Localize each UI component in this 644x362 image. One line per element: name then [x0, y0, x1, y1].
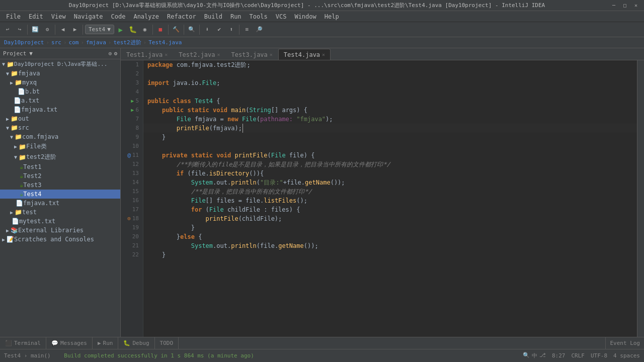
tree-item-bbt[interactable]: 📄 b.bt — [0, 87, 120, 96]
close-button[interactable]: ✕ — [632, 2, 640, 10]
menu-vcs[interactable]: VCS — [272, 12, 291, 21]
stop-button[interactable]: ■ — [155, 24, 166, 35]
todo-tab[interactable]: TODO — [155, 337, 179, 349]
tree-item-test2dir[interactable]: ▼ 📁 test2进阶 — [0, 152, 120, 162]
terminal-tab[interactable]: ⬛ Terminal — [0, 337, 46, 349]
tab-test4-close[interactable]: ✕ — [322, 52, 325, 57]
tree-item-test1[interactable]: ☕ Test1 — [0, 162, 120, 171]
tab-test3[interactable]: Test3.java ✕ — [226, 49, 278, 60]
menu-view[interactable]: View — [47, 12, 70, 21]
sidebar-settings-icon[interactable]: ⚙ — [114, 50, 117, 57]
menu-help[interactable]: Help — [320, 12, 343, 21]
search-button[interactable]: 🔍 — [186, 24, 197, 35]
tab-test4[interactable]: Test4.java ✕ — [278, 49, 331, 60]
tab-test2[interactable]: Test2.java ✕ — [173, 49, 225, 60]
menu-edit[interactable]: Edit — [25, 12, 47, 21]
tree-item-test3[interactable]: ☕ Test3 — [0, 180, 120, 190]
tab-test3-close[interactable]: ✕ — [270, 52, 273, 57]
dropdown-arrow-icon: ▼ — [107, 26, 111, 33]
tree-item-out[interactable]: ▶ 📁 out — [0, 114, 120, 123]
event-log-btn[interactable]: Event Log — [605, 337, 644, 349]
tree-item-mytesttxt[interactable]: 📄 mytest.txt — [0, 217, 120, 226]
build-button[interactable]: 🔨 — [171, 24, 182, 35]
tree-item-src[interactable]: ▼ 📁 src — [0, 123, 120, 132]
tree-item-test[interactable]: ▶ 📁 test — [0, 208, 120, 217]
crlf[interactable]: CRLF — [571, 352, 585, 359]
code-editor[interactable]: 1 2 3 4 ▶5 ▶6 7 8 9 10 @11 12 13 14 15 1… — [121, 60, 644, 337]
bc-item-project[interactable]: Day10project — [4, 39, 44, 46]
inspect-icon[interactable]: 🔍 — [523, 352, 530, 359]
vcs-push-button[interactable]: ⬆ — [226, 24, 237, 35]
menu-tools[interactable]: Tools — [246, 12, 272, 21]
debug-tab[interactable]: 🐛 Debug — [118, 337, 154, 349]
tree-item-fmjavatxt2[interactable]: 📄 fmjava.txt — [0, 199, 120, 208]
tab-test1[interactable]: Test1.java ✕ — [121, 49, 173, 60]
menu-refactor[interactable]: Refactor — [163, 12, 200, 21]
test3-java-icon: ☕ — [20, 182, 23, 189]
forward-button[interactable]: ▶ — [69, 24, 80, 35]
menu-window[interactable]: Window — [290, 12, 320, 21]
tree-item-test4[interactable]: ☕ Test4 — [0, 190, 120, 199]
maximize-button[interactable]: □ — [621, 2, 629, 10]
toolbar-separator-4 — [152, 25, 153, 35]
comfmjava-folder-icon: 📁 — [15, 133, 22, 140]
run-tab[interactable]: ▶ Run — [93, 337, 119, 349]
tab-test2-close[interactable]: ✕ — [217, 52, 220, 57]
status-right: 🔍 中 ⎇ 8:27 CRLF UTF-8 4 spaces — [523, 352, 640, 359]
menu-file[interactable]: File — [2, 12, 25, 21]
lang-icon[interactable]: 中 — [532, 352, 537, 359]
bc-item-com[interactable]: com — [69, 39, 79, 46]
run-button[interactable]: ▶ — [115, 24, 126, 35]
tree-item-fmjava[interactable]: ▼ 📁 fmjava — [0, 69, 120, 78]
sidebar-sync-icon[interactable]: ⊙ — [109, 50, 112, 57]
status-icons: 🔍 中 ⎇ — [523, 352, 546, 359]
code-line-21: System.out.println(file.getName()); — [143, 241, 637, 250]
code-line-20: }else { — [143, 232, 637, 241]
undo-button[interactable]: ↩ — [2, 24, 13, 35]
tree-item-comfmjava[interactable]: ▼ 📁 com.fmjava — [0, 132, 120, 141]
settings-button[interactable]: ⚙ — [42, 24, 53, 35]
git-icon[interactable]: ⎇ — [539, 352, 546, 359]
tab-test1-close[interactable]: ✕ — [165, 52, 168, 57]
bc-item-fmjava[interactable]: fmjava — [86, 39, 106, 46]
minimize-button[interactable]: ─ — [610, 2, 618, 10]
tree-item-myxq[interactable]: ▶ 📁 myxq — [0, 78, 120, 87]
gutter-9: 9 — [121, 133, 143, 142]
bc-item-test4[interactable]: Test4.java — [148, 39, 182, 46]
tree-label-fmjavatxt: fmjava.txt — [21, 106, 57, 113]
menu-analyze[interactable]: Analyze — [129, 12, 163, 21]
code-content[interactable]: package com.fmjava.test2进阶; import java.… — [143, 60, 637, 337]
encoding[interactable]: UTF-8 — [591, 352, 607, 359]
vcs-update-button[interactable]: ⬇ — [202, 24, 213, 35]
tree-item-atxt[interactable]: 📄 a.txt — [0, 96, 120, 105]
redo-button[interactable]: ↪ — [14, 24, 25, 35]
tree-item-extlibs[interactable]: ▶ 📚 External Libraries — [0, 226, 120, 235]
vcs-commit-button[interactable]: ✔ — [214, 24, 225, 35]
tree-item-day10project[interactable]: ▼ 📁 Day10project D:\Java零基础... — [0, 59, 120, 69]
code-line-15: /**是目录，把目录当中所有的文件都打印*/ — [143, 187, 637, 196]
spaces[interactable]: 4 spaces — [613, 352, 640, 359]
menu-run[interactable]: Run — [226, 12, 246, 21]
tree-item-test2[interactable]: ☕ Test2 — [0, 171, 120, 180]
sidebar-dropdown-icon[interactable]: ▼ — [29, 50, 33, 57]
structure-button[interactable]: ≡ — [242, 24, 253, 35]
toolbar-separator-2 — [55, 25, 55, 35]
tree-item-filecls[interactable]: ▶ 📁 File类 — [0, 141, 120, 152]
run-config-dropdown[interactable]: Test4 ▼ — [85, 25, 114, 34]
bc-item-test2[interactable]: test2进阶 — [113, 39, 141, 46]
debug-button[interactable]: 🐛 — [127, 24, 138, 35]
bc-item-src[interactable]: src — [51, 39, 61, 46]
code-line-6: public static void main(String[] args) { — [143, 106, 637, 115]
line-col[interactable]: 8:27 — [552, 352, 566, 359]
menu-build[interactable]: Build — [200, 12, 226, 21]
menu-code[interactable]: Code — [107, 12, 130, 21]
tree-item-fmjavatxt[interactable]: 📄 fmjava.txt — [0, 105, 120, 114]
gutter-4: 4 — [121, 87, 143, 97]
messages-tab[interactable]: 💬 Messages — [46, 337, 93, 349]
run-coverage-button[interactable]: ◉ — [139, 24, 150, 35]
find-button[interactable]: 🔎 — [254, 24, 265, 35]
back-button[interactable]: ◀ — [57, 24, 68, 35]
menu-navigate[interactable]: Navigate — [70, 12, 107, 21]
sync-button[interactable]: 🔄 — [30, 24, 41, 35]
tree-item-scratches[interactable]: ▶ 📝 Scratches and Consoles — [0, 235, 120, 244]
